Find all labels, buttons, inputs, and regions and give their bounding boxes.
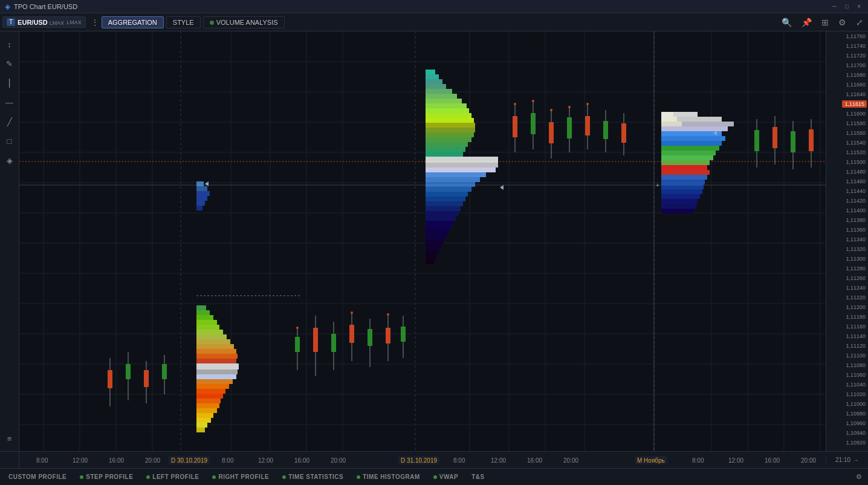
tab-custom-profile[interactable]: CUSTOM PROFILE (2, 472, 73, 482)
price-label: 1,11460 (846, 178, 866, 184)
price-label: 1,11720 (846, 53, 866, 59)
svg-point-184 (387, 313, 389, 316)
svg-rect-39 (196, 206, 202, 210)
time-label: 20:00 (563, 457, 578, 463)
svg-rect-136 (126, 364, 131, 379)
trend-line-tool[interactable]: ╱ (2, 114, 18, 129)
time-label: 20:00 (801, 457, 816, 463)
svg-rect-82 (426, 142, 468, 147)
svg-point-181 (586, 103, 589, 105)
main-layout: ↕ ✎ | — ╱ □ ◈ ≡ (0, 31, 868, 451)
price-label: 1,11020 (846, 391, 866, 397)
svg-point-179 (550, 109, 552, 111)
current-price-label: 1,11615 (842, 100, 867, 108)
svg-rect-80 (426, 132, 474, 137)
title-bar-controls[interactable]: ─ □ × (830, 2, 863, 10)
svg-rect-79 (426, 128, 475, 132)
time-label: 16:00 (109, 457, 124, 463)
ts-label: T&S (471, 474, 485, 480)
svg-rect-134 (108, 370, 112, 388)
time-label: 16:00 (527, 457, 542, 463)
right-profile-label: RIGHT PROFILE (218, 474, 269, 480)
pin-icon[interactable]: 📌 (799, 16, 814, 28)
svg-rect-99 (426, 226, 451, 230)
svg-rect-144 (313, 328, 318, 352)
style-button[interactable]: STYLE (166, 16, 201, 28)
layout-icon[interactable]: ⊞ (819, 16, 831, 28)
window-title: TPO Chart EUR/USD (14, 3, 77, 10)
svg-rect-113 (661, 117, 722, 122)
svg-rect-45 (196, 325, 219, 330)
svg-rect-91 (426, 187, 471, 192)
tab-step-profile[interactable]: STEP PROFILE (74, 472, 139, 482)
volume-analysis-button[interactable]: VOLUME ANALYSIS (203, 16, 285, 28)
svg-rect-123 (661, 165, 707, 170)
price-label: 1,11340 (846, 236, 866, 242)
svg-rect-92 (426, 192, 468, 197)
svg-rect-112 (661, 112, 698, 117)
tab-right-profile[interactable]: RIGHT PROFILE (206, 472, 275, 482)
tab-time-histogram[interactable]: TIME HISTOGRAM (351, 472, 426, 482)
svg-rect-58 (196, 389, 225, 394)
price-axis: 1,11760 1,11740 1,11720 1,11700 1,11680 … (826, 31, 868, 451)
svg-rect-116 (661, 131, 722, 136)
date-label: D 30.10.2019 (169, 456, 210, 464)
vertical-line-tool[interactable]: | (2, 75, 18, 91)
svg-rect-72 (426, 94, 457, 99)
price-label: 1,11480 (846, 169, 866, 175)
svg-rect-94 (426, 201, 463, 206)
svg-rect-90 (426, 182, 475, 187)
svg-rect-152 (386, 328, 390, 343)
time-label: 12:00 (258, 457, 273, 463)
pencil-tool[interactable]: ✎ (2, 56, 18, 71)
search-icon[interactable]: 🔍 (779, 16, 794, 28)
close-button[interactable]: × (855, 2, 863, 10)
svg-rect-115 (661, 126, 728, 131)
svg-rect-88 (426, 172, 486, 177)
current-time: 21:10 (835, 457, 850, 463)
svg-rect-50 (196, 349, 236, 354)
price-label: 1,11660 (846, 82, 866, 88)
svg-rect-117 (661, 136, 725, 141)
price-label: 1,11240 (846, 285, 866, 291)
bottom-settings-icon[interactable]: ⚙ (852, 471, 866, 483)
svg-rect-176 (809, 129, 814, 151)
tab-left-profile[interactable]: LEFT PROFILE (140, 472, 205, 482)
aggregation-button[interactable]: AGGREGATION (102, 16, 164, 28)
tab-vwap[interactable]: VWAP (427, 472, 464, 482)
list-tool[interactable]: ≡ (2, 431, 18, 446)
maximize-button[interactable]: □ (843, 2, 851, 10)
svg-rect-168 (621, 123, 626, 143)
month-label: М Ноябрь (635, 456, 667, 464)
measure-tool[interactable]: ◈ (2, 152, 18, 168)
svg-point-178 (532, 100, 534, 102)
rectangle-tool[interactable]: □ (2, 133, 18, 149)
svg-rect-59 (196, 394, 223, 399)
svg-rect-114 (661, 122, 734, 126)
left-profile-dot (146, 475, 150, 479)
minimize-button[interactable]: ─ (830, 2, 839, 10)
fullscreen-icon[interactable]: ⤢ (853, 16, 866, 28)
svg-rect-154 (401, 327, 406, 342)
svg-rect-140 (162, 364, 167, 379)
price-label: 1,11600 (846, 111, 866, 117)
price-label: 1,11220 (846, 295, 866, 301)
svg-rect-138 (144, 370, 149, 387)
symbol-selector[interactable]: T EUR/USD LMAX LMAX (2, 16, 86, 28)
svg-rect-49 (196, 344, 234, 349)
tab-time-statistics[interactable]: TIME STATISTICS (276, 472, 349, 482)
symbol-menu-icon[interactable]: ⋮ (91, 18, 99, 27)
tab-ts[interactable]: T&S (465, 472, 491, 482)
svg-rect-76 (426, 113, 471, 118)
cursor-tool[interactable]: ↕ (2, 36, 18, 52)
svg-rect-35 (196, 186, 207, 191)
symbol-name: EUR/USD (18, 19, 48, 26)
svg-rect-129 (661, 194, 700, 199)
svg-rect-71 (426, 89, 452, 94)
time-stats-dot (282, 475, 286, 479)
settings-icon[interactable]: ⚙ (836, 16, 849, 28)
price-label: 1,11740 (846, 43, 866, 49)
horizontal-line-tool[interactable]: — (2, 94, 18, 110)
svg-rect-98 (426, 221, 453, 226)
chart-area[interactable]: + (19, 31, 826, 451)
